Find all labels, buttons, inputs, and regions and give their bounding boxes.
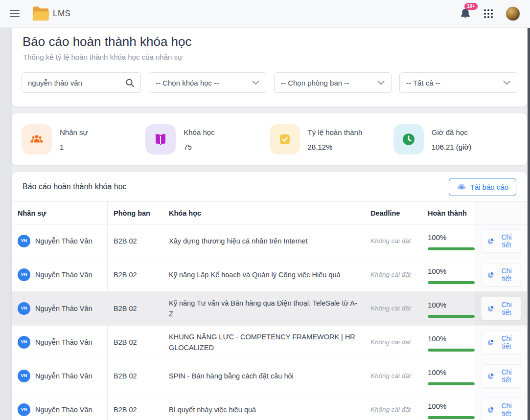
search-icon[interactable]	[125, 78, 135, 88]
progress-bar	[428, 416, 475, 419]
detail-button[interactable]: Chi tiết	[481, 331, 521, 354]
detail-button[interactable]: Chi tiết	[481, 364, 521, 388]
stat-value: 75	[184, 143, 214, 151]
download-report-button[interactable]: Tải báo cáo	[449, 178, 516, 196]
pie-chart-icon	[487, 271, 494, 279]
completion-cell: 100%	[422, 258, 475, 291]
detail-button[interactable]: Chi tiết	[481, 398, 521, 420]
progress-bar	[428, 315, 475, 318]
stat-value: 28.12%	[308, 143, 363, 151]
avatar: VN	[18, 403, 30, 416]
department-select[interactable]: -- Chọn phòng ban --	[274, 72, 392, 93]
progress-bar	[428, 382, 475, 385]
completion-cell: 100%	[422, 393, 475, 420]
department-cell: B2B 02	[108, 359, 163, 393]
stat-label: Giờ đã học	[432, 128, 472, 136]
search-input[interactable]	[28, 79, 125, 87]
pie-chart-icon	[487, 373, 494, 380]
employee-name: Nguyễn Thảo Vân	[35, 371, 92, 381]
department-cell: B2B 02	[108, 258, 163, 291]
course-select[interactable]: -- Chọn khóa học --	[149, 72, 266, 93]
folder-icon	[30, 5, 51, 22]
employee-search-box	[22, 72, 141, 93]
filter-row: -- Chọn khóa học -- -- Chọn phòng ban --…	[12, 72, 527, 93]
stat-completion-rate: Tỷ lệ hoàn thành 28.12%	[270, 124, 393, 155]
navbar-actions: 10+	[460, 6, 520, 21]
stat-label: Tỷ lệ hoàn thành	[308, 128, 363, 136]
avatar-initials: VN	[21, 271, 27, 278]
filter-section: Báo cáo hoàn thành khóa học Thống kê tỷ …	[12, 28, 527, 107]
employee-name: Nguyễn Thảo Vân	[35, 236, 92, 246]
completion-value: 100%	[428, 400, 475, 412]
notifications-button[interactable]: 10+	[460, 7, 471, 20]
detail-button[interactable]: Chi tiết	[481, 263, 521, 287]
report-section: Báo cáo hoàn thành khóa học Tải báo cáo …	[12, 172, 527, 420]
detail-button[interactable]: Chi tiết	[481, 229, 521, 253]
course-cell: Kỹ năng Tư vấn và Bán hàng qua Điện thoạ…	[163, 292, 365, 325]
status-select[interactable]: -- Tất cả --	[399, 72, 517, 93]
completion-cell: 100%	[422, 224, 475, 258]
stats-section: Nhân sự 1 Khóa học 75	[12, 113, 527, 165]
notification-badge: 10+	[464, 3, 478, 10]
progress-bar	[428, 281, 475, 284]
brand-logo[interactable]: LMS	[30, 5, 70, 22]
stat-value: 106.21 (giờ)	[432, 143, 472, 151]
report-title: Báo cáo hoàn thành khóa học	[23, 182, 127, 191]
deadline-cell: Không cài đặt	[365, 393, 422, 420]
actions-cell: Chi tiết	[475, 224, 527, 258]
deadline-cell: Không cài đặt	[365, 359, 422, 393]
avatar-initials: VN	[21, 238, 27, 244]
column-header-deadline: Deadline	[365, 202, 422, 224]
detail-button-label: Chi tiết	[498, 402, 515, 418]
check-square-icon	[270, 124, 300, 155]
employee-name: Nguyễn Thảo Vân	[35, 404, 92, 415]
course-cell: Bí quyết nhảy việc hiệu quả	[163, 393, 365, 420]
detail-button-label: Chi tiết	[498, 233, 515, 249]
stat-label: Khóa học	[184, 128, 214, 136]
page-subtitle: Thống kê tỷ lệ hoàn thành khóa học của n…	[12, 49, 527, 61]
table-row: VN Nguyễn Thảo Vân B2B 02 Kỹ năng Tư vấn…	[12, 292, 527, 326]
stat-value: 1	[60, 143, 88, 151]
chevron-down-icon	[252, 80, 259, 85]
clock-icon	[393, 124, 424, 155]
deadline-cell: Không cài đặt	[365, 224, 422, 258]
apps-grid-icon[interactable]	[484, 9, 493, 18]
progress-fill	[428, 349, 475, 352]
actions-cell: Chi tiết	[475, 359, 527, 393]
employee-name: Nguyễn Thảo Vân	[35, 337, 92, 348]
employee-cell: VN Nguyễn Thảo Vân	[12, 359, 108, 393]
completion-cell: 100%	[422, 326, 475, 359]
completion-cell: 100%	[422, 292, 475, 325]
course-cell: KHUNG NĂNG LỰC - COMPETENCY FRAMEWORK | …	[163, 326, 365, 359]
avatar: VN	[18, 302, 30, 315]
stat-courses: Khóa học 75	[145, 124, 269, 155]
completion-value: 100%	[428, 232, 475, 243]
user-avatar[interactable]	[506, 6, 520, 21]
column-header-department: Phòng ban	[108, 202, 163, 224]
detail-button-label: Chi tiết	[498, 368, 515, 384]
employee-name: Nguyễn Thảo Vân	[35, 303, 92, 314]
column-header-actions	[475, 202, 527, 224]
navbar: LMS 10+	[0, 0, 530, 28]
avatar: VN	[18, 268, 30, 281]
deadline-cell: Không cài đặt	[365, 326, 422, 359]
report-table-body: VN Nguyễn Thảo Vân B2B 02 Xây dựng thươn…	[12, 224, 527, 420]
completion-value: 100%	[428, 299, 475, 310]
employee-cell: VN Nguyễn Thảo Vân	[12, 326, 108, 359]
completion-cell: 100%	[422, 359, 475, 393]
department-select-value: -- Chọn phòng ban --	[281, 79, 349, 87]
table-header-row: Nhân sự Phòng ban Khóa học Deadline Hoàn…	[12, 201, 527, 224]
left-gutter	[0, 28, 12, 420]
page-title: Báo cáo hoàn thành khóa học	[12, 28, 527, 49]
employee-cell: VN Nguyễn Thảo Vân	[12, 224, 108, 258]
employee-name: Nguyễn Thảo Vân	[35, 269, 92, 280]
course-cell: Kỹ năng Lập Kế hoạch và Quản lý Công việ…	[163, 258, 365, 291]
hamburger-menu-icon[interactable]	[10, 10, 20, 17]
chevron-down-icon	[377, 80, 385, 85]
vertical-scrollbar[interactable]	[528, 28, 530, 420]
actions-cell: Chi tiết	[475, 393, 527, 420]
department-cell: B2B 02	[108, 393, 163, 420]
progress-bar	[428, 349, 475, 352]
actions-cell: Chi tiết	[475, 292, 527, 325]
detail-button[interactable]: Chi tiết	[481, 297, 521, 320]
